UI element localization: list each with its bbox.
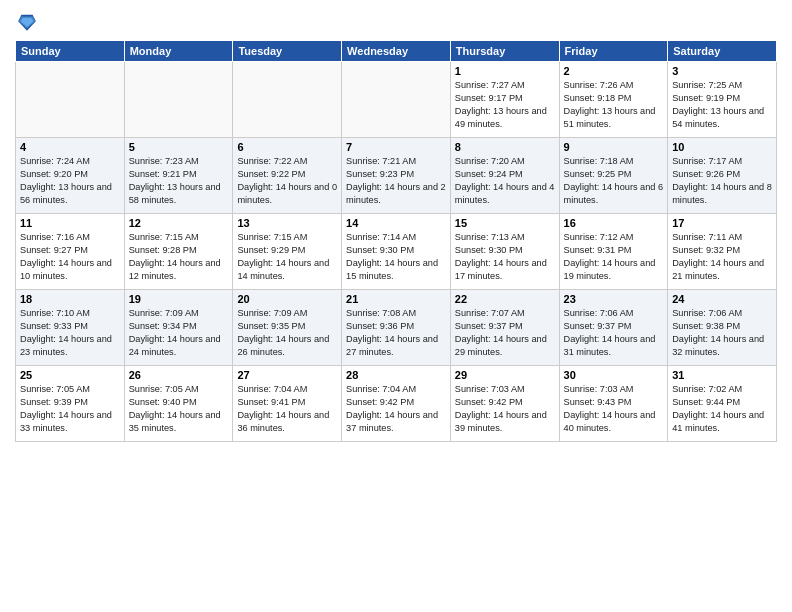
- day-number: 28: [346, 369, 446, 381]
- calendar-week-row: 1Sunrise: 7:27 AM Sunset: 9:17 PM Daylig…: [16, 62, 777, 138]
- calendar-day-cell: 14Sunrise: 7:14 AM Sunset: 9:30 PM Dayli…: [342, 214, 451, 290]
- calendar-day-cell: 20Sunrise: 7:09 AM Sunset: 9:35 PM Dayli…: [233, 290, 342, 366]
- calendar-table: SundayMondayTuesdayWednesdayThursdayFrid…: [15, 40, 777, 442]
- day-number: 14: [346, 217, 446, 229]
- calendar-day-cell: 17Sunrise: 7:11 AM Sunset: 9:32 PM Dayli…: [668, 214, 777, 290]
- calendar-day-cell: 30Sunrise: 7:03 AM Sunset: 9:43 PM Dayli…: [559, 366, 668, 442]
- calendar-day-cell: 25Sunrise: 7:05 AM Sunset: 9:39 PM Dayli…: [16, 366, 125, 442]
- day-number: 7: [346, 141, 446, 153]
- day-number: 12: [129, 217, 229, 229]
- logo: [15, 10, 43, 34]
- page-header: [15, 10, 777, 34]
- day-number: 17: [672, 217, 772, 229]
- day-info: Sunrise: 7:15 AM Sunset: 9:29 PM Dayligh…: [237, 231, 337, 283]
- calendar-day-cell: [124, 62, 233, 138]
- day-info: Sunrise: 7:05 AM Sunset: 9:39 PM Dayligh…: [20, 383, 120, 435]
- day-info: Sunrise: 7:20 AM Sunset: 9:24 PM Dayligh…: [455, 155, 555, 207]
- day-number: 18: [20, 293, 120, 305]
- day-number: 15: [455, 217, 555, 229]
- day-info: Sunrise: 7:12 AM Sunset: 9:31 PM Dayligh…: [564, 231, 664, 283]
- calendar-day-cell: 22Sunrise: 7:07 AM Sunset: 9:37 PM Dayli…: [450, 290, 559, 366]
- day-number: 5: [129, 141, 229, 153]
- day-number: 30: [564, 369, 664, 381]
- calendar-header-row: SundayMondayTuesdayWednesdayThursdayFrid…: [16, 41, 777, 62]
- weekday-header: Tuesday: [233, 41, 342, 62]
- calendar-day-cell: 7Sunrise: 7:21 AM Sunset: 9:23 PM Daylig…: [342, 138, 451, 214]
- day-number: 10: [672, 141, 772, 153]
- day-number: 21: [346, 293, 446, 305]
- calendar-week-row: 25Sunrise: 7:05 AM Sunset: 9:39 PM Dayli…: [16, 366, 777, 442]
- day-info: Sunrise: 7:25 AM Sunset: 9:19 PM Dayligh…: [672, 79, 772, 131]
- day-info: Sunrise: 7:07 AM Sunset: 9:37 PM Dayligh…: [455, 307, 555, 359]
- day-info: Sunrise: 7:17 AM Sunset: 9:26 PM Dayligh…: [672, 155, 772, 207]
- day-info: Sunrise: 7:21 AM Sunset: 9:23 PM Dayligh…: [346, 155, 446, 207]
- day-info: Sunrise: 7:02 AM Sunset: 9:44 PM Dayligh…: [672, 383, 772, 435]
- calendar-day-cell: 21Sunrise: 7:08 AM Sunset: 9:36 PM Dayli…: [342, 290, 451, 366]
- weekday-header: Sunday: [16, 41, 125, 62]
- day-number: 27: [237, 369, 337, 381]
- calendar-day-cell: 27Sunrise: 7:04 AM Sunset: 9:41 PM Dayli…: [233, 366, 342, 442]
- calendar-day-cell: [16, 62, 125, 138]
- day-number: 13: [237, 217, 337, 229]
- day-number: 31: [672, 369, 772, 381]
- weekday-header: Friday: [559, 41, 668, 62]
- day-info: Sunrise: 7:14 AM Sunset: 9:30 PM Dayligh…: [346, 231, 446, 283]
- day-info: Sunrise: 7:22 AM Sunset: 9:22 PM Dayligh…: [237, 155, 337, 207]
- day-info: Sunrise: 7:04 AM Sunset: 9:41 PM Dayligh…: [237, 383, 337, 435]
- day-number: 3: [672, 65, 772, 77]
- day-number: 24: [672, 293, 772, 305]
- day-info: Sunrise: 7:27 AM Sunset: 9:17 PM Dayligh…: [455, 79, 555, 131]
- calendar-day-cell: 4Sunrise: 7:24 AM Sunset: 9:20 PM Daylig…: [16, 138, 125, 214]
- day-info: Sunrise: 7:06 AM Sunset: 9:37 PM Dayligh…: [564, 307, 664, 359]
- day-info: Sunrise: 7:24 AM Sunset: 9:20 PM Dayligh…: [20, 155, 120, 207]
- weekday-header: Monday: [124, 41, 233, 62]
- day-number: 19: [129, 293, 229, 305]
- day-info: Sunrise: 7:03 AM Sunset: 9:42 PM Dayligh…: [455, 383, 555, 435]
- calendar-day-cell: 29Sunrise: 7:03 AM Sunset: 9:42 PM Dayli…: [450, 366, 559, 442]
- day-number: 25: [20, 369, 120, 381]
- day-number: 16: [564, 217, 664, 229]
- calendar-day-cell: 19Sunrise: 7:09 AM Sunset: 9:34 PM Dayli…: [124, 290, 233, 366]
- day-number: 8: [455, 141, 555, 153]
- day-info: Sunrise: 7:08 AM Sunset: 9:36 PM Dayligh…: [346, 307, 446, 359]
- day-number: 22: [455, 293, 555, 305]
- calendar-week-row: 18Sunrise: 7:10 AM Sunset: 9:33 PM Dayli…: [16, 290, 777, 366]
- day-info: Sunrise: 7:11 AM Sunset: 9:32 PM Dayligh…: [672, 231, 772, 283]
- calendar-day-cell: 24Sunrise: 7:06 AM Sunset: 9:38 PM Dayli…: [668, 290, 777, 366]
- calendar-day-cell: 11Sunrise: 7:16 AM Sunset: 9:27 PM Dayli…: [16, 214, 125, 290]
- day-number: 29: [455, 369, 555, 381]
- day-info: Sunrise: 7:04 AM Sunset: 9:42 PM Dayligh…: [346, 383, 446, 435]
- weekday-header: Thursday: [450, 41, 559, 62]
- day-number: 6: [237, 141, 337, 153]
- day-number: 9: [564, 141, 664, 153]
- day-info: Sunrise: 7:06 AM Sunset: 9:38 PM Dayligh…: [672, 307, 772, 359]
- day-info: Sunrise: 7:09 AM Sunset: 9:34 PM Dayligh…: [129, 307, 229, 359]
- calendar-day-cell: 26Sunrise: 7:05 AM Sunset: 9:40 PM Dayli…: [124, 366, 233, 442]
- calendar-day-cell: 2Sunrise: 7:26 AM Sunset: 9:18 PM Daylig…: [559, 62, 668, 138]
- calendar-day-cell: 31Sunrise: 7:02 AM Sunset: 9:44 PM Dayli…: [668, 366, 777, 442]
- calendar-day-cell: 9Sunrise: 7:18 AM Sunset: 9:25 PM Daylig…: [559, 138, 668, 214]
- calendar-week-row: 11Sunrise: 7:16 AM Sunset: 9:27 PM Dayli…: [16, 214, 777, 290]
- calendar-day-cell: 16Sunrise: 7:12 AM Sunset: 9:31 PM Dayli…: [559, 214, 668, 290]
- calendar-day-cell: 8Sunrise: 7:20 AM Sunset: 9:24 PM Daylig…: [450, 138, 559, 214]
- calendar-day-cell: 15Sunrise: 7:13 AM Sunset: 9:30 PM Dayli…: [450, 214, 559, 290]
- day-number: 23: [564, 293, 664, 305]
- calendar-day-cell: 13Sunrise: 7:15 AM Sunset: 9:29 PM Dayli…: [233, 214, 342, 290]
- calendar-day-cell: 1Sunrise: 7:27 AM Sunset: 9:17 PM Daylig…: [450, 62, 559, 138]
- calendar-day-cell: [233, 62, 342, 138]
- calendar-day-cell: [342, 62, 451, 138]
- logo-icon: [15, 10, 39, 34]
- day-number: 26: [129, 369, 229, 381]
- weekday-header: Wednesday: [342, 41, 451, 62]
- calendar-day-cell: 12Sunrise: 7:15 AM Sunset: 9:28 PM Dayli…: [124, 214, 233, 290]
- day-info: Sunrise: 7:23 AM Sunset: 9:21 PM Dayligh…: [129, 155, 229, 207]
- day-info: Sunrise: 7:13 AM Sunset: 9:30 PM Dayligh…: [455, 231, 555, 283]
- day-info: Sunrise: 7:09 AM Sunset: 9:35 PM Dayligh…: [237, 307, 337, 359]
- day-number: 20: [237, 293, 337, 305]
- day-info: Sunrise: 7:05 AM Sunset: 9:40 PM Dayligh…: [129, 383, 229, 435]
- day-number: 2: [564, 65, 664, 77]
- day-info: Sunrise: 7:15 AM Sunset: 9:28 PM Dayligh…: [129, 231, 229, 283]
- day-info: Sunrise: 7:26 AM Sunset: 9:18 PM Dayligh…: [564, 79, 664, 131]
- calendar-day-cell: 3Sunrise: 7:25 AM Sunset: 9:19 PM Daylig…: [668, 62, 777, 138]
- day-number: 4: [20, 141, 120, 153]
